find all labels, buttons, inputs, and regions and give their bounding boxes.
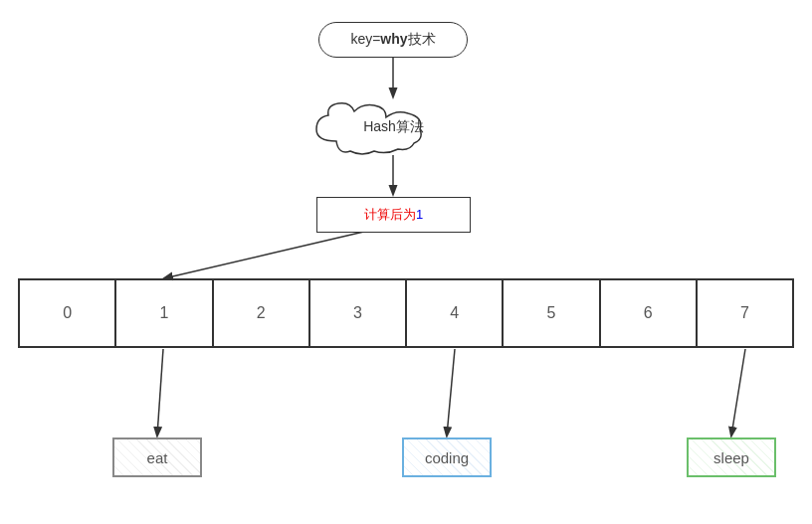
array-cell-2: 2: [214, 280, 310, 346]
sleep-label: sleep: [713, 449, 749, 466]
eat-node: eat: [112, 437, 202, 477]
key-label: key=why技术: [350, 31, 435, 49]
array-cell-7: 7: [698, 280, 792, 346]
array-cell-6: 6: [601, 280, 698, 346]
coding-node: coding: [402, 437, 492, 477]
svg-line-5: [731, 349, 745, 436]
sleep-node: sleep: [687, 437, 776, 477]
array-cell-5: 5: [504, 280, 600, 346]
svg-line-4: [447, 349, 455, 436]
array-cell-1: 1: [116, 280, 213, 346]
array-cell-4: 4: [407, 280, 504, 346]
eat-label: eat: [147, 449, 168, 466]
result-node: 计算后为1: [316, 197, 471, 233]
svg-line-2: [164, 231, 368, 278]
key-node: key=why技术: [318, 22, 468, 58]
array-cell-0: 0: [20, 280, 116, 346]
array-container: 0 1 2 3 4 5 6 7: [18, 278, 794, 348]
svg-line-3: [157, 349, 163, 436]
hash-node: Hash算法: [306, 99, 481, 155]
result-label: 计算后为1: [364, 206, 423, 224]
array-cell-3: 3: [310, 280, 407, 346]
coding-label: coding: [425, 449, 469, 466]
hash-label: Hash算法: [363, 118, 424, 136]
